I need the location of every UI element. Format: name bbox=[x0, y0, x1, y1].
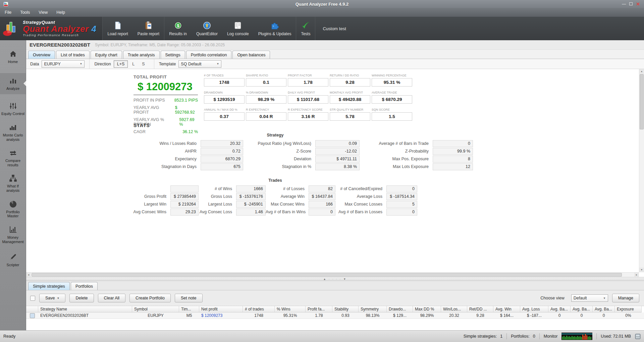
set-note-button[interactable]: Set note bbox=[175, 294, 203, 302]
stat-value: 1666 bbox=[236, 185, 266, 192]
col-stability[interactable]: Stability bbox=[332, 306, 359, 312]
paste-report-button[interactable]: Paste report bbox=[133, 17, 164, 40]
vertical-scroll-thumb[interactable] bbox=[640, 74, 644, 129]
col-num-trades[interactable]: # of trades bbox=[243, 306, 275, 312]
tests-button[interactable]: Tests bbox=[296, 17, 315, 40]
col-avg-bars-2[interactable]: Avg. Ba... bbox=[571, 306, 593, 312]
save-button[interactable]: Save▼ bbox=[39, 294, 65, 302]
col-avg-bars-1[interactable]: Avg. Ba... bbox=[548, 306, 571, 312]
menu-file[interactable]: File bbox=[5, 10, 11, 15]
stat-label: Largest Win bbox=[127, 201, 170, 208]
tab-portfolios[interactable]: Portfolios bbox=[71, 282, 98, 290]
direction-option-long[interactable]: L bbox=[129, 61, 138, 67]
col-timeframe[interactable]: Tim... bbox=[179, 306, 199, 312]
col-drawdown[interactable]: Drawdo... bbox=[387, 306, 413, 312]
minimize-button[interactable]: — bbox=[622, 2, 626, 6]
col-ret-dd[interactable]: Ret/DD ... bbox=[467, 306, 493, 312]
sidebar-item-analyze[interactable]: Analyze bbox=[0, 73, 26, 95]
col-symbol[interactable]: Symbol bbox=[132, 306, 179, 312]
view-select[interactable]: Default ▼ bbox=[571, 294, 608, 302]
tab-list-of-trades[interactable]: List of trades bbox=[56, 51, 90, 59]
log-console-button[interactable]: Log console bbox=[222, 17, 254, 40]
manage-button[interactable]: Manage bbox=[612, 294, 639, 302]
close-button[interactable]: ✕ bbox=[636, 2, 640, 6]
horizontal-scroll-thumb[interactable] bbox=[32, 273, 622, 277]
stats-title: STATS bbox=[133, 123, 150, 128]
sidebar-item-what-if[interactable]: What If analysis bbox=[0, 171, 26, 196]
direction-option-long-short[interactable]: L+S bbox=[114, 60, 128, 68]
main-toolbar: StrategyQuant Quant Analyzer 4 Trading P… bbox=[0, 17, 644, 40]
stat-label: Average Win bbox=[266, 193, 309, 200]
metric-cell: PROFIT FACTOR1.78 bbox=[288, 74, 328, 87]
sidebar-item-monte-carlo[interactable]: Monte Carlo analysis bbox=[0, 120, 26, 145]
cell-pct-wins: 95.31% bbox=[275, 312, 306, 319]
tab-open-balances[interactable]: Open balances bbox=[232, 51, 270, 59]
panel-splitter[interactable]: ▲ · · · · ▼ bbox=[26, 277, 644, 281]
create-portfolio-button[interactable]: Create Portfolio bbox=[129, 294, 171, 302]
scroll-left-icon[interactable]: ◄ bbox=[26, 273, 31, 277]
stat-label: Max Consec Losses bbox=[335, 201, 386, 208]
clear-all-button[interactable]: Clear All bbox=[98, 294, 126, 302]
metric-label: MONTHLY AVG PROFIT bbox=[330, 91, 370, 94]
col-win-loss[interactable]: Win/Los... bbox=[441, 306, 467, 312]
maximize-button[interactable] bbox=[629, 2, 633, 6]
col-symmetry[interactable]: Symmetry bbox=[359, 306, 387, 312]
title-bar: Quant Analyzer Free 4.9.2 — ✕ bbox=[0, 0, 644, 8]
maximize-icon bbox=[629, 2, 633, 5]
load-report-button[interactable]: Load report bbox=[103, 17, 132, 40]
stat-label: Avg # of Bars in Wins bbox=[266, 209, 309, 216]
memory-icon[interactable] bbox=[635, 334, 641, 339]
stat-value: 12 bbox=[433, 163, 473, 170]
sidebar-item-money-management[interactable]: Money Management bbox=[0, 222, 26, 247]
vertical-scrollbar[interactable]: ▲ ▼ bbox=[639, 69, 644, 272]
menu-view[interactable]: View bbox=[39, 10, 48, 15]
cell-avg-bars-2: 0 bbox=[571, 312, 593, 319]
menu-tools[interactable]: Tools bbox=[20, 10, 30, 15]
scroll-up-icon[interactable]: ▲ bbox=[639, 69, 644, 74]
horizontal-scrollbar[interactable]: ◄ ► bbox=[26, 272, 639, 277]
col-avg-loss[interactable]: Avg. Loss bbox=[520, 306, 548, 312]
tab-settings[interactable]: Settings bbox=[161, 51, 185, 59]
menu-help[interactable]: Help bbox=[56, 10, 65, 15]
col-profit-factor[interactable]: Profit fa... bbox=[306, 306, 332, 312]
quanteditor-button[interactable]: QuantEditor bbox=[192, 17, 222, 40]
sidebar-item-compare-results[interactable]: Compare results bbox=[0, 145, 26, 171]
data-select[interactable]: EURJPY ▼ bbox=[42, 60, 85, 68]
select-all-checkbox[interactable] bbox=[30, 296, 35, 301]
delete-button[interactable]: Delete bbox=[69, 294, 94, 302]
col-net-profit[interactable]: Net profit bbox=[199, 306, 243, 312]
sidebar-item-portfolio-master[interactable]: Portfolio Master bbox=[0, 196, 26, 222]
results-in-button[interactable]: $ Results in bbox=[164, 17, 192, 40]
table-row[interactable]: EVERGREEN20032026BT EURJPY M5 $ 12009273… bbox=[26, 312, 644, 319]
tab-trade-analysis[interactable]: Trade analysis bbox=[123, 51, 160, 59]
plugins-updates-button[interactable]: Plugins & Updates bbox=[254, 17, 296, 40]
sidebar-item-equity-control[interactable]: Equity Control bbox=[0, 98, 26, 120]
tab-overview[interactable]: Overview bbox=[28, 51, 55, 59]
strategy-stats-grid: Wins / Losses Ratio20.32 Payout Ratio (A… bbox=[139, 140, 473, 170]
tab-equity-chart[interactable]: Equity chart bbox=[91, 51, 122, 59]
row-checkbox[interactable] bbox=[30, 313, 35, 318]
scroll-down-icon[interactable]: ▼ bbox=[639, 268, 644, 272]
cell-max-dd: 98.29% bbox=[413, 312, 441, 319]
stat-value: $ 219264 bbox=[170, 201, 199, 208]
scroll-right-icon[interactable]: ► bbox=[634, 273, 639, 277]
col-pct-wins[interactable]: % Wins bbox=[275, 306, 306, 312]
cell-symbol: EURJPY bbox=[132, 312, 179, 319]
template-select[interactable]: SQ Default ▼ bbox=[178, 60, 221, 68]
svg-text:$: $ bbox=[177, 23, 179, 28]
filter-bar: Data EURJPY ▼ Direction L+S L S Template… bbox=[26, 59, 644, 69]
col-avg-bars-3[interactable]: Avg. Ba... bbox=[593, 306, 615, 312]
col-exposure[interactable]: Exposure bbox=[615, 306, 642, 312]
col-strategy-name[interactable]: Strategy Name bbox=[38, 306, 132, 312]
col-avg-win[interactable]: Avg. Win bbox=[493, 306, 520, 312]
direction-option-short[interactable]: S bbox=[139, 61, 148, 67]
overview-panel: TOTAL PROFIT $ 12009273 PROFIT IN PIPS85… bbox=[26, 69, 644, 277]
tab-simple-strategies[interactable]: Simple strategies bbox=[28, 282, 70, 290]
monitor-graph[interactable] bbox=[561, 333, 592, 340]
col-max-dd[interactable]: Max DD % bbox=[413, 306, 441, 312]
sidebar-item-scripter[interactable]: Scripter bbox=[0, 249, 26, 271]
custom-test-label[interactable]: Custom test bbox=[315, 17, 353, 40]
tab-portfolio-correlation[interactable]: Portfolio correlation bbox=[186, 51, 232, 59]
sidebar-item-home[interactable]: Home bbox=[0, 46, 26, 68]
metric-value: $ 1293519 bbox=[204, 95, 245, 104]
